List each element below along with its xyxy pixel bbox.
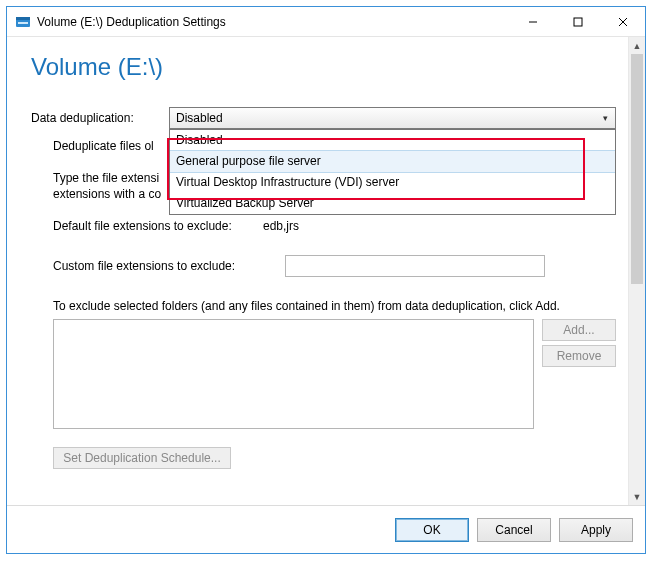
scroll-thumb[interactable]: [631, 54, 643, 284]
excluded-folders-list[interactable]: [53, 319, 534, 429]
set-schedule-button[interactable]: Set Deduplication Schedule...: [53, 447, 231, 469]
page-title: Volume (E:\): [31, 53, 616, 81]
maximize-button[interactable]: [555, 7, 600, 36]
dialog-footer: OK Cancel Apply: [7, 505, 645, 553]
custom-ext-input[interactable]: [285, 255, 545, 277]
dedup-label: Data deduplication:: [31, 111, 169, 125]
cancel-button[interactable]: Cancel: [477, 518, 551, 542]
custom-ext-label: Custom file extensions to exclude:: [53, 259, 285, 273]
chevron-down-icon: ▾: [599, 113, 611, 123]
scroll-up-icon[interactable]: ▲: [629, 37, 645, 54]
default-ext-value: edb,jrs: [263, 219, 299, 233]
folders-area: Add... Remove: [53, 319, 616, 429]
close-button[interactable]: [600, 7, 645, 36]
dedup-dropdown-list: Disabled General purpose file server Vir…: [169, 129, 616, 215]
dedup-combobox[interactable]: Disabled ▾ Disabled General purpose file…: [169, 107, 616, 129]
svg-rect-4: [574, 18, 582, 26]
dedup-selected-value: Disabled: [176, 111, 599, 125]
default-ext-row: Default file extensions to exclude: edb,…: [53, 219, 616, 233]
default-ext-label: Default file extensions to exclude:: [53, 219, 263, 233]
dedup-row: Data deduplication: Disabled ▾ Disabled …: [31, 107, 616, 129]
minimize-button[interactable]: [510, 7, 555, 36]
custom-ext-row: Custom file extensions to exclude:: [53, 255, 616, 277]
ok-button[interactable]: OK: [395, 518, 469, 542]
add-folder-button[interactable]: Add...: [542, 319, 616, 341]
apply-button[interactable]: Apply: [559, 518, 633, 542]
svg-rect-2: [18, 22, 28, 24]
dedup-option-general[interactable]: General purpose file server: [170, 150, 615, 173]
dedup-option-vdi[interactable]: Virtual Desktop Infrastructure (VDI) ser…: [170, 172, 615, 193]
window-title: Volume (E:\) Deduplication Settings: [37, 15, 510, 29]
dedup-option-disabled[interactable]: Disabled: [170, 130, 615, 151]
svg-rect-1: [16, 17, 30, 20]
window-controls: [510, 7, 645, 36]
dedup-option-backup[interactable]: Virtualized Backup Server: [170, 193, 615, 214]
folders-help-text: To exclude selected folders (and any fil…: [53, 299, 616, 313]
vertical-scrollbar[interactable]: ▲ ▼: [628, 37, 645, 505]
titlebar[interactable]: Volume (E:\) Deduplication Settings: [7, 7, 645, 37]
remove-folder-button[interactable]: Remove: [542, 345, 616, 367]
dialog-window: Volume (E:\) Deduplication Settings Volu…: [6, 6, 646, 554]
scroll-track[interactable]: [629, 54, 645, 488]
scroll-down-icon[interactable]: ▼: [629, 488, 645, 505]
volume-icon: [15, 14, 31, 30]
